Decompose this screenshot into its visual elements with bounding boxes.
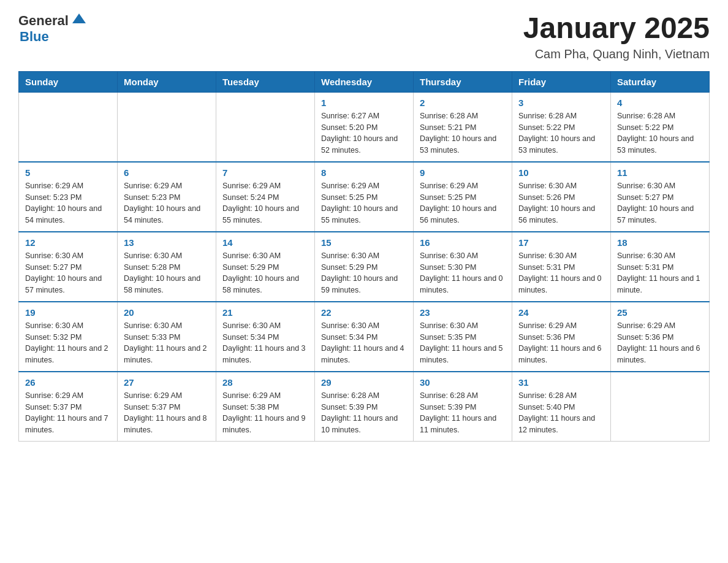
day-number: 16 (420, 237, 506, 248)
day-info: Sunrise: 6:28 AM Sunset: 5:21 PM Dayligh… (420, 110, 506, 156)
day-info: Sunrise: 6:29 AM Sunset: 5:23 PM Dayligh… (124, 180, 210, 226)
day-number: 9 (420, 167, 506, 178)
calendar-cell: 27Sunrise: 6:29 AM Sunset: 5:37 PM Dayli… (118, 372, 216, 442)
calendar-cell: 12Sunrise: 6:30 AM Sunset: 5:27 PM Dayli… (19, 232, 118, 302)
day-number: 10 (518, 167, 604, 178)
calendar-cell: 14Sunrise: 6:30 AM Sunset: 5:29 PM Dayli… (216, 232, 315, 302)
calendar-cell: 3Sunrise: 6:28 AM Sunset: 5:22 PM Daylig… (512, 92, 611, 162)
day-info: Sunrise: 6:29 AM Sunset: 5:36 PM Dayligh… (518, 320, 604, 366)
day-number: 13 (124, 237, 210, 248)
day-number: 23 (420, 307, 506, 318)
calendar-cell: 8Sunrise: 6:29 AM Sunset: 5:25 PM Daylig… (315, 162, 414, 232)
calendar-cell: 24Sunrise: 6:29 AM Sunset: 5:36 PM Dayli… (512, 302, 611, 372)
day-info: Sunrise: 6:29 AM Sunset: 5:36 PM Dayligh… (617, 320, 703, 366)
calendar-cell: 13Sunrise: 6:30 AM Sunset: 5:28 PM Dayli… (118, 232, 216, 302)
day-info: Sunrise: 6:30 AM Sunset: 5:27 PM Dayligh… (617, 180, 703, 226)
day-number: 2 (420, 98, 506, 108)
day-info: Sunrise: 6:29 AM Sunset: 5:23 PM Dayligh… (25, 180, 111, 226)
day-info: Sunrise: 6:30 AM Sunset: 5:29 PM Dayligh… (222, 250, 308, 296)
day-number: 28 (222, 377, 308, 388)
calendar-cell: 19Sunrise: 6:30 AM Sunset: 5:32 PM Dayli… (19, 302, 118, 372)
calendar-cell (611, 372, 710, 442)
day-number: 29 (321, 377, 407, 388)
calendar-cell: 22Sunrise: 6:30 AM Sunset: 5:34 PM Dayli… (315, 302, 414, 372)
day-info: Sunrise: 6:30 AM Sunset: 5:30 PM Dayligh… (420, 250, 506, 296)
day-info: Sunrise: 6:30 AM Sunset: 5:29 PM Dayligh… (321, 250, 407, 296)
page-header: General Blue January 2025 Cam Pha, Quang… (18, 12, 710, 61)
logo-icon (70, 11, 88, 29)
day-of-week-header: Monday (118, 71, 216, 92)
calendar-cell: 5Sunrise: 6:29 AM Sunset: 5:23 PM Daylig… (19, 162, 118, 232)
day-number: 7 (222, 167, 308, 178)
day-info: Sunrise: 6:30 AM Sunset: 5:28 PM Dayligh… (124, 250, 210, 296)
day-number: 3 (518, 98, 604, 108)
day-info: Sunrise: 6:28 AM Sunset: 5:22 PM Dayligh… (518, 110, 604, 156)
calendar-cell (216, 92, 315, 162)
day-info: Sunrise: 6:29 AM Sunset: 5:38 PM Dayligh… (222, 390, 308, 436)
calendar-cell: 10Sunrise: 6:30 AM Sunset: 5:26 PM Dayli… (512, 162, 611, 232)
calendar-cell: 1Sunrise: 6:27 AM Sunset: 5:20 PM Daylig… (315, 92, 414, 162)
calendar-week-row: 1Sunrise: 6:27 AM Sunset: 5:20 PM Daylig… (19, 92, 710, 162)
day-number: 25 (617, 307, 703, 318)
page-subtitle: Cam Pha, Quang Ninh, Vietnam (523, 47, 710, 61)
calendar-cell: 6Sunrise: 6:29 AM Sunset: 5:23 PM Daylig… (118, 162, 216, 232)
day-info: Sunrise: 6:28 AM Sunset: 5:22 PM Dayligh… (617, 110, 703, 156)
svg-marker-0 (72, 13, 86, 23)
calendar-cell: 23Sunrise: 6:30 AM Sunset: 5:35 PM Dayli… (414, 302, 512, 372)
day-info: Sunrise: 6:29 AM Sunset: 5:37 PM Dayligh… (124, 390, 210, 436)
calendar-cell (19, 92, 118, 162)
calendar-cell: 17Sunrise: 6:30 AM Sunset: 5:31 PM Dayli… (512, 232, 611, 302)
calendar-cell: 28Sunrise: 6:29 AM Sunset: 5:38 PM Dayli… (216, 372, 315, 442)
page-title: January 2025 (523, 12, 710, 45)
day-number: 26 (25, 377, 111, 388)
day-number: 22 (321, 307, 407, 318)
day-info: Sunrise: 6:30 AM Sunset: 5:35 PM Dayligh… (420, 320, 506, 366)
calendar-cell: 20Sunrise: 6:30 AM Sunset: 5:33 PM Dayli… (118, 302, 216, 372)
day-info: Sunrise: 6:30 AM Sunset: 5:32 PM Dayligh… (25, 320, 111, 366)
day-number: 6 (124, 167, 210, 178)
calendar-cell: 18Sunrise: 6:30 AM Sunset: 5:31 PM Dayli… (611, 232, 710, 302)
calendar-week-row: 19Sunrise: 6:30 AM Sunset: 5:32 PM Dayli… (19, 302, 710, 372)
calendar-cell: 4Sunrise: 6:28 AM Sunset: 5:22 PM Daylig… (611, 92, 710, 162)
day-number: 5 (25, 167, 111, 178)
calendar-cell: 25Sunrise: 6:29 AM Sunset: 5:36 PM Dayli… (611, 302, 710, 372)
calendar-cell: 29Sunrise: 6:28 AM Sunset: 5:39 PM Dayli… (315, 372, 414, 442)
day-info: Sunrise: 6:30 AM Sunset: 5:26 PM Dayligh… (518, 180, 604, 226)
day-number: 1 (321, 98, 407, 108)
day-info: Sunrise: 6:27 AM Sunset: 5:20 PM Dayligh… (321, 110, 407, 156)
calendar-table: SundayMondayTuesdayWednesdayThursdayFrid… (18, 71, 710, 442)
day-number: 30 (420, 377, 506, 388)
day-info: Sunrise: 6:30 AM Sunset: 5:31 PM Dayligh… (518, 250, 604, 296)
day-info: Sunrise: 6:29 AM Sunset: 5:37 PM Dayligh… (25, 390, 111, 436)
calendar-cell: 11Sunrise: 6:30 AM Sunset: 5:27 PM Dayli… (611, 162, 710, 232)
day-number: 27 (124, 377, 210, 388)
logo-blue-text: Blue (20, 29, 88, 44)
day-of-week-header: Saturday (611, 71, 710, 92)
calendar-cell: 21Sunrise: 6:30 AM Sunset: 5:34 PM Dayli… (216, 302, 315, 372)
day-number: 14 (222, 237, 308, 248)
calendar-cell: 9Sunrise: 6:29 AM Sunset: 5:25 PM Daylig… (414, 162, 512, 232)
day-number: 4 (617, 98, 703, 108)
calendar-cell: 30Sunrise: 6:28 AM Sunset: 5:39 PM Dayli… (414, 372, 512, 442)
day-number: 8 (321, 167, 407, 178)
day-number: 15 (321, 237, 407, 248)
day-info: Sunrise: 6:28 AM Sunset: 5:39 PM Dayligh… (420, 390, 506, 436)
day-of-week-header: Thursday (414, 71, 512, 92)
day-info: Sunrise: 6:30 AM Sunset: 5:34 PM Dayligh… (222, 320, 308, 366)
calendar-cell: 26Sunrise: 6:29 AM Sunset: 5:37 PM Dayli… (19, 372, 118, 442)
day-of-week-header: Friday (512, 71, 611, 92)
day-info: Sunrise: 6:28 AM Sunset: 5:39 PM Dayligh… (321, 390, 407, 436)
calendar-cell: 7Sunrise: 6:29 AM Sunset: 5:24 PM Daylig… (216, 162, 315, 232)
day-number: 11 (617, 167, 703, 178)
day-of-week-header: Wednesday (315, 71, 414, 92)
day-number: 12 (25, 237, 111, 248)
logo-general-text: General (18, 13, 69, 28)
day-info: Sunrise: 6:30 AM Sunset: 5:31 PM Dayligh… (617, 250, 703, 296)
day-info: Sunrise: 6:29 AM Sunset: 5:25 PM Dayligh… (321, 180, 407, 226)
day-info: Sunrise: 6:28 AM Sunset: 5:40 PM Dayligh… (518, 390, 604, 436)
logo: General Blue (18, 12, 88, 44)
calendar-week-row: 5Sunrise: 6:29 AM Sunset: 5:23 PM Daylig… (19, 162, 710, 232)
calendar-cell: 2Sunrise: 6:28 AM Sunset: 5:21 PM Daylig… (414, 92, 512, 162)
day-number: 31 (518, 377, 604, 388)
day-number: 24 (518, 307, 604, 318)
